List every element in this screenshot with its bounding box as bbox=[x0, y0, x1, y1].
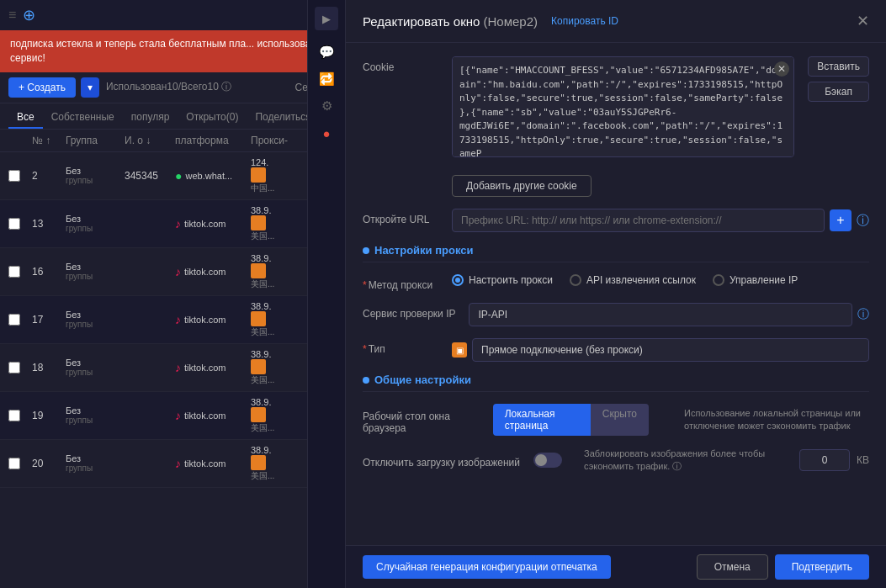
row-id: 2 bbox=[32, 170, 66, 182]
table-body: 2 Без группы 345345 ● web.what... 124. 中… bbox=[0, 152, 345, 488]
table-row[interactable]: 20 Без группы ♪ tiktok.com 38.9. 美国... bbox=[0, 440, 345, 488]
tiktok-icon: ♪ bbox=[175, 313, 181, 326]
proxy-icon bbox=[251, 215, 266, 230]
group-cell: Без группы bbox=[66, 453, 125, 473]
open-url-label: Откройте URL bbox=[363, 209, 438, 225]
row-id: 20 bbox=[32, 458, 66, 469]
random-config-button[interactable]: Случайная генерация конфигурации отпечат… bbox=[363, 555, 611, 579]
platform-name: tiktok.com bbox=[184, 267, 226, 277]
menu-icon[interactable]: ≡ bbox=[8, 8, 16, 23]
tab-all[interactable]: Все bbox=[8, 107, 43, 129]
backup-button[interactable]: Бэкап bbox=[808, 82, 869, 102]
proxy-icon bbox=[251, 167, 266, 183]
tiktok-icon: ♪ bbox=[175, 409, 181, 422]
row-id: 17 bbox=[32, 314, 66, 326]
url-info-icon[interactable]: ⓘ bbox=[857, 213, 869, 229]
desktop-hidden-option[interactable]: Скрыто bbox=[591, 404, 649, 436]
row-checkbox[interactable] bbox=[8, 266, 20, 278]
tab-popular[interactable]: популяр bbox=[123, 107, 178, 129]
app-logo: ⊕ bbox=[23, 6, 35, 24]
edit-modal: Редактировать окно (Номер2) Копировать I… bbox=[345, 0, 886, 588]
table-row[interactable]: 17 Без группы ♪ tiktok.com 38.9. 美国... bbox=[0, 296, 345, 344]
block-kb-input[interactable] bbox=[799, 449, 850, 471]
toggle-thumb bbox=[535, 454, 547, 466]
tabs-row: Все Собственные популяр Открыто(0) Подел… bbox=[0, 103, 345, 130]
url-input[interactable] bbox=[452, 209, 825, 232]
expand-button[interactable]: ▶ bbox=[315, 7, 338, 30]
row-checkbox[interactable] bbox=[8, 410, 20, 421]
confirm-button[interactable]: Подтвердить bbox=[775, 554, 869, 580]
sidebar-icon-chat[interactable]: 💬 bbox=[313, 40, 340, 64]
clear-cookie-button[interactable]: ✕ bbox=[774, 61, 789, 77]
proxy-icon bbox=[251, 263, 266, 278]
toolbar: + Создать ▾ Использован10/Всего10 ⓘ Сего… bbox=[0, 72, 345, 103]
desktop-toggle-group[interactable]: Локальная страница Скрыто bbox=[493, 404, 649, 436]
cookie-form-row: Cookie [{"name":"HMACCOUNT_BFESS","value… bbox=[363, 56, 869, 160]
disable-images-toggle[interactable] bbox=[533, 453, 562, 468]
open-url-row: Откройте URL + ⓘ bbox=[363, 209, 869, 232]
radio-api-proxy[interactable]: API извлечения ссылок bbox=[570, 274, 696, 286]
create-button[interactable]: + Создать bbox=[8, 77, 76, 98]
section-dot bbox=[363, 247, 369, 254]
top-bar: ≡ ⊕ bbox=[0, 0, 345, 30]
sidebar-icon-sync[interactable]: 🔁 bbox=[313, 67, 340, 91]
row-name: 345345 bbox=[125, 170, 175, 182]
header-name[interactable]: И. о ↓ bbox=[125, 135, 175, 146]
paste-button[interactable]: Вставить bbox=[808, 56, 869, 77]
cancel-button[interactable]: Отмена bbox=[697, 554, 768, 580]
disable-images-row: Отключить загрузку изображений Заблокиро… bbox=[363, 448, 869, 474]
platform-cell: ♪ tiktok.com bbox=[175, 217, 251, 230]
copy-id-button[interactable]: Копировать ID bbox=[551, 15, 618, 27]
table-row[interactable]: 18 Без группы ♪ tiktok.com 38.9. 美国... bbox=[0, 344, 345, 392]
row-checkbox[interactable] bbox=[8, 458, 20, 469]
ip-check-select[interactable]: IP-API bbox=[469, 303, 852, 326]
tab-own[interactable]: Собственные bbox=[43, 107, 123, 129]
type-icon: ▣ bbox=[452, 342, 467, 358]
row-checkbox[interactable] bbox=[8, 362, 20, 373]
group-cell: Без группы bbox=[66, 214, 125, 233]
cookie-control: [{"name":"HMACCOUNT_BFESS","value":"6571… bbox=[452, 56, 869, 160]
close-modal-button[interactable]: ✕ bbox=[857, 12, 869, 30]
tab-open[interactable]: Открыто(0) bbox=[178, 107, 247, 129]
url-add-button[interactable]: + bbox=[830, 209, 852, 231]
proxy-section-title: Настройки прокси bbox=[363, 244, 869, 262]
general-section-title: Общие настройки bbox=[363, 373, 869, 392]
group-cell: Без группы bbox=[66, 262, 125, 281]
table-row[interactable]: 19 Без группы ♪ tiktok.com 38.9. 美国... bbox=[0, 392, 345, 440]
radio-manage-ip[interactable]: Управление IP bbox=[713, 274, 798, 286]
modal-body: Cookie [{"name":"HMACCOUNT_BFESS","value… bbox=[346, 43, 886, 545]
platform-name: tiktok.com bbox=[184, 458, 226, 469]
table-row[interactable]: 13 Без группы ♪ tiktok.com 38.9. 美国... bbox=[0, 200, 345, 248]
sidebar-icon-alert[interactable]: ● bbox=[313, 121, 340, 145]
table-row[interactable]: 2 Без группы 345345 ● web.what... 124. 中… bbox=[0, 152, 345, 200]
add-cookie-button[interactable]: Добавить другие cookie bbox=[452, 175, 592, 197]
alert-text: подписка истекла и теперь стала бесплатн… bbox=[10, 38, 321, 64]
create-dropdown-button[interactable]: ▾ bbox=[81, 77, 99, 98]
disable-images-label: Отключить загрузку изображений bbox=[363, 452, 520, 469]
type-row: *Тип ▣ Прямое подключение (без прокси) bbox=[363, 338, 869, 362]
platform-name: tiktok.com bbox=[184, 219, 226, 229]
row-checkbox[interactable] bbox=[8, 314, 20, 326]
desktop-local-option[interactable]: Локальная страница bbox=[493, 404, 591, 436]
radio-configure-proxy[interactable]: Настроить прокси bbox=[452, 274, 553, 286]
radio-manage-ip-circle bbox=[713, 274, 724, 286]
type-select-wrapper: ▣ Прямое подключение (без прокси) bbox=[452, 338, 869, 362]
row-checkbox[interactable] bbox=[8, 170, 20, 182]
desktop-label: Рабочий стол окна браузера bbox=[363, 405, 480, 434]
cookie-textarea[interactable]: [{"name":"HMACCOUNT_BFESS","value":"6571… bbox=[452, 56, 794, 157]
row-checkbox[interactable] bbox=[8, 218, 20, 230]
block-images-hint: Заблокировать изображения более чтобы сэ… bbox=[584, 448, 786, 474]
radio-manage-ip-label: Управление IP bbox=[729, 274, 798, 286]
platform-cell: ♪ tiktok.com bbox=[175, 361, 251, 374]
type-select[interactable]: Прямое подключение (без прокси) bbox=[472, 338, 869, 362]
group-cell: Без группы bbox=[66, 358, 125, 377]
table-row[interactable]: 16 Без группы ♪ tiktok.com 38.9. 美国... bbox=[0, 248, 345, 296]
left-panel: ≡ ⊕ подписка истекла и теперь стала бесп… bbox=[0, 0, 345, 588]
modal-footer: Случайная генерация конфигурации отпечат… bbox=[346, 545, 886, 588]
tiktok-icon: ♪ bbox=[175, 265, 181, 278]
ip-check-info-icon[interactable]: ⓘ bbox=[857, 307, 869, 322]
header-num[interactable]: № ↑ bbox=[32, 135, 66, 146]
desktop-row: Рабочий стол окна браузера Локальная стр… bbox=[363, 404, 869, 436]
platform-cell: ♪ tiktok.com bbox=[175, 457, 251, 470]
sidebar-icon-settings[interactable]: ⚙ bbox=[313, 94, 340, 118]
